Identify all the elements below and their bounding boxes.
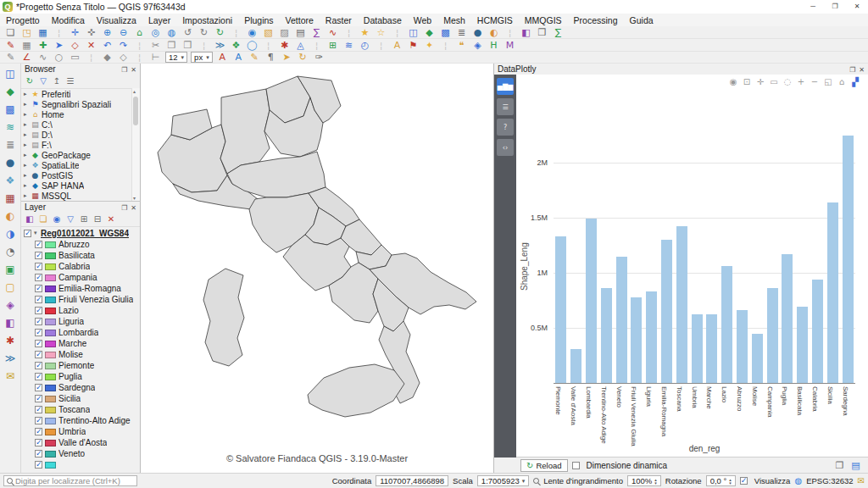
- layer-group-checkbox[interactable]: [24, 230, 31, 237]
- expander-icon[interactable]: ▸: [24, 182, 31, 189]
- paste-features-icon[interactable]: ❒: [180, 40, 196, 51]
- layer-legend-item[interactable]: Lazio: [21, 305, 140, 316]
- label-color-icon[interactable]: A: [214, 52, 231, 63]
- separator[interactable]: ¦: [51, 27, 67, 38]
- font-size-combo[interactable]: 12 ▾: [165, 52, 187, 63]
- delete-selected-icon[interactable]: ✕: [83, 40, 99, 51]
- chart-bar[interactable]: [661, 240, 672, 383]
- scrollbar-thumb[interactable]: [133, 97, 138, 125]
- data-source-manager-icon[interactable]: ◫: [405, 27, 421, 38]
- crs-label[interactable]: EPSG:32632: [806, 476, 853, 485]
- separator[interactable]: ¦: [437, 40, 453, 51]
- close-icon[interactable]: ✕: [131, 66, 136, 74]
- menu-item[interactable]: Web: [408, 15, 437, 25]
- add-feature-icon[interactable]: ✚: [35, 40, 51, 51]
- new-virtual-layer-icon[interactable]: ◈: [2, 297, 19, 314]
- layer-legend-item[interactable]: Calabria: [21, 261, 140, 272]
- code-tab[interactable]: ‹›: [497, 139, 514, 156]
- menu-item[interactable]: Database: [358, 15, 408, 25]
- region-sicilia[interactable]: [308, 364, 404, 417]
- zoom-to-layer-icon[interactable]: ◍: [164, 27, 180, 38]
- layer-legend-item[interactable]: Abruzzo: [21, 239, 140, 250]
- undo-icon[interactable]: ↶: [99, 40, 115, 51]
- menu-item[interactable]: Impostazioni: [176, 15, 238, 25]
- help-tab[interactable]: ?: [497, 119, 514, 136]
- chart-bar[interactable]: [721, 266, 732, 383]
- lasso-select-icon[interactable]: ◌: [782, 77, 793, 87]
- rotation-input[interactable]: 0,0 ° ▴▾: [706, 475, 736, 486]
- browser-scrollbar[interactable]: [131, 88, 140, 201]
- layer-legend-item[interactable]: Piemonte: [21, 360, 140, 371]
- layer-item-checkbox[interactable]: [35, 461, 42, 469]
- vertex-active-layer-icon[interactable]: ◇: [115, 52, 131, 63]
- layer-legend-item[interactable]: Friuli Venezia Giulia: [21, 294, 140, 305]
- zoom-next-icon[interactable]: ↻: [196, 27, 212, 38]
- label-buffer-icon[interactable]: A: [231, 52, 247, 63]
- highlight-labels-icon[interactable]: ✦: [421, 40, 437, 51]
- save-edits-icon[interactable]: ▦: [19, 40, 35, 51]
- menu-item[interactable]: Guida: [624, 15, 659, 25]
- undock-icon[interactable]: ❐: [121, 204, 127, 212]
- chart-bar[interactable]: [676, 226, 687, 383]
- zoom-full-icon[interactable]: ⌂: [131, 27, 147, 38]
- chart-bar[interactable]: [570, 349, 581, 383]
- label-rule-icon[interactable]: ¶: [263, 52, 279, 63]
- collapse-all-icon[interactable]: ⊟: [91, 214, 104, 225]
- separator[interactable]: ¦: [373, 40, 389, 51]
- layer-group-row[interactable]: ▾ Reg01012021_WGS84: [21, 227, 140, 239]
- browser-item-preferiti[interactable]: ▸ ★ Preferiti: [21, 89, 140, 99]
- layer-item-checkbox[interactable]: [35, 274, 42, 281]
- expander-icon[interactable]: ▸: [24, 131, 31, 138]
- new-shapefile-icon[interactable]: ▢: [2, 279, 19, 297]
- show-labels-icon[interactable]: A: [389, 40, 405, 51]
- chart-bar[interactable]: [601, 288, 612, 383]
- hcmgis-icon[interactable]: H: [486, 40, 502, 51]
- separator[interactable]: ¦: [309, 40, 325, 51]
- layer-item-checkbox[interactable]: [35, 395, 42, 402]
- undock-icon[interactable]: ❐: [849, 66, 855, 74]
- add-wms-icon[interactable]: ◐: [2, 208, 19, 225]
- camera-icon[interactable]: ◉: [727, 77, 739, 87]
- plotly-logo-icon[interactable]: ▞: [849, 77, 861, 87]
- style-manager-icon[interactable]: ◧: [518, 27, 534, 38]
- layer-styling-icon[interactable]: ◧: [23, 214, 36, 225]
- plot-area[interactable]: [554, 119, 855, 384]
- menu-item[interactable]: Progetto: [0, 15, 46, 25]
- layer-legend-item[interactable]: Liguria: [21, 316, 140, 327]
- show-bookmarks-icon[interactable]: ☆: [373, 27, 389, 38]
- new-geopackage-icon[interactable]: ▣: [2, 261, 19, 279]
- browser-item-c-drive[interactable]: ▸ ▤ C:\: [21, 119, 140, 130]
- message-log-icon[interactable]: ✉: [2, 368, 19, 385]
- browser-item-segnalibri[interactable]: ▸ ⚑ Segnalibri Spaziali: [21, 99, 140, 109]
- expander-icon[interactable]: ▸: [24, 111, 31, 118]
- menu-item[interactable]: Processing: [568, 15, 624, 25]
- layer-item-checkbox[interactable]: [35, 252, 42, 259]
- save-project-icon[interactable]: ▦: [35, 27, 51, 38]
- close-button[interactable]: ✕: [846, 0, 868, 14]
- stream-digitize-icon[interactable]: ∿: [35, 52, 51, 63]
- layer-item-checkbox[interactable]: [35, 263, 42, 270]
- separator[interactable]: ¦: [389, 27, 405, 38]
- add-wfs-icon[interactable]: ◑: [2, 225, 19, 243]
- add-raster-layer-icon[interactable]: ▩: [437, 27, 453, 38]
- browser-item-home[interactable]: ▸ ⌂ Home: [21, 109, 140, 119]
- menu-item[interactable]: Modifica: [46, 15, 91, 25]
- expander-icon[interactable]: ▸: [24, 172, 31, 179]
- layer-legend-item[interactable]: Trentino-Alto Adige: [21, 415, 140, 426]
- separator[interactable]: ¦: [196, 40, 212, 51]
- menu-item[interactable]: Plugins: [238, 15, 279, 25]
- add-mesh-layer-icon[interactable]: ≋: [2, 119, 19, 136]
- filter-legend-icon[interactable]: ▽: [64, 214, 77, 225]
- zoom-to-selection-icon[interactable]: ◎: [147, 27, 164, 38]
- minimize-button[interactable]: ─: [802, 0, 824, 14]
- autoscale-icon[interactable]: ◱: [822, 77, 834, 87]
- pan-to-selection-icon[interactable]: ✜: [83, 27, 99, 38]
- osm-search-icon[interactable]: ◯: [244, 40, 260, 51]
- processing-icon[interactable]: ✱: [2, 332, 19, 350]
- layer-item-checkbox[interactable]: [35, 307, 42, 314]
- zoom-out-icon[interactable]: ⊖: [115, 27, 131, 38]
- move-feature-icon[interactable]: ➤: [51, 40, 67, 51]
- layer-item-checkbox[interactable]: [35, 450, 42, 458]
- browser-item-sap-hana[interactable]: ▸ ◆ SAP HANA: [21, 180, 140, 191]
- style-dock-icon[interactable]: ◧: [2, 314, 19, 332]
